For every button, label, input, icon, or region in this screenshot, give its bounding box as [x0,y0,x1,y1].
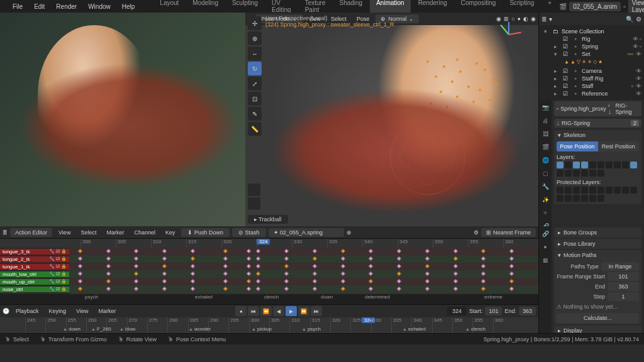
eye-icon[interactable]: 👁 [636,83,641,89]
tool-measure[interactable]: 📏 [248,122,262,136]
outliner-staffrig[interactable]: ▸☑▫Staff Rig👁 [541,75,641,82]
tl-playback-menu[interactable]: Playback [12,307,43,315]
menu-edit[interactable]: Edit [29,1,50,12]
menu-render[interactable]: Render [51,1,82,12]
channel-row[interactable]: tongue_3_ik🔧☑🔒 [0,248,538,255]
calculate-button[interactable]: Calculate... [557,313,639,323]
prop-tab-scene[interactable]: 🎬 [539,141,552,153]
channel-row[interactable]: tongue_1_ik🔧☑🔒 [0,263,538,270]
snap-selector[interactable]: ⊞ Nearest Frame [481,228,536,237]
render-icon[interactable]: ▫ [640,36,641,42]
channel-row[interactable]: tongue_2_ik🔧☑🔒 [0,255,538,263]
scene-selector[interactable]: 02_055_A.anim [569,2,621,11]
dope-ruler[interactable]: 300305 310315 320325 330335 340345 35035… [0,239,538,248]
jump-start-button[interactable]: ⏮ [248,306,259,316]
current-frame-field[interactable]: 324 [447,307,467,315]
tool-extra-2[interactable] [248,197,260,210]
prop-tab-material[interactable]: ● [539,241,552,253]
start-frame-field[interactable]: 101 [485,307,502,315]
timeline-type-icon[interactable]: 🕐 [3,308,9,314]
outliner-camera[interactable]: ▸☑▫Camera👁 [541,67,641,75]
tool-select[interactable]: ✢ [248,16,262,30]
outliner-reference[interactable]: ▸☑▫Reference👁 [541,90,641,97]
outliner-scene-collection[interactable]: ▾🗀Scene Collection [541,28,641,35]
jump-end-button[interactable]: ⏭ [311,306,322,316]
dope-channels[interactable]: tongue_3_ik🔧☑🔒tongue_2_ik🔧☑🔒tongue_1_ik🔧… [0,248,538,294]
viewport-3d[interactable]: ▦ Pose Mode ⌄ View Select Pose ⊕ Normal … [245,13,538,226]
eye-icon[interactable]: 👁 [633,43,638,50]
tool-cursor[interactable]: ⊕ [248,31,262,45]
render-icon[interactable]: ▫ [640,43,641,50]
prop-breadcrumb[interactable]: ▫ Spring.high_proxy › ⟂ RIG-Spring [554,101,641,116]
action-selector[interactable]: ✦ 02_055_A.spring [269,228,344,237]
dope-channel-menu[interactable]: Channel [130,228,159,237]
tool-annotate[interactable]: ✎ [248,107,262,121]
eye-icon[interactable]: 👁 [636,68,641,74]
tl-view-menu[interactable]: View [72,307,92,315]
viewport-render-preview[interactable] [0,13,245,226]
prop-tab-particle[interactable]: ✨ [539,194,552,206]
dope-current-frame[interactable]: 324 [257,239,270,244]
panel-display[interactable]: ▸ Display [554,326,641,333]
push-down-button[interactable]: ⬇ Push Down [181,228,230,237]
nav-gizmo[interactable] [493,19,525,50]
fake-user-icon[interactable]: ⊗ [347,229,352,236]
play-rev-button[interactable]: ◀ [273,306,284,316]
outliner-set[interactable]: ▾☑▫Set▫▫▫👁 [541,50,641,58]
prop-datablock[interactable]: ⟂ RIG-Spring2 [554,119,641,128]
tool-extra-1[interactable] [248,184,260,196]
protected-layers[interactable] [557,185,639,203]
stash-button[interactable]: ⊘ Stash [232,228,266,237]
prop-tab-modifier[interactable]: 🔧 [539,180,552,193]
panel-bone-groups[interactable]: ▸ Bone Groups [554,228,641,238]
next-key-button[interactable]: ⏩ [298,306,309,316]
prop-tab-world[interactable]: 🌐 [539,154,552,167]
outliner-type-icon[interactable]: ≣ [541,16,547,23]
panel-motion-paths[interactable]: ▾ Motion Paths [554,250,641,260]
step-field[interactable]: 1 [608,292,639,301]
dope-view-menu[interactable]: View [55,228,74,237]
armature-layers[interactable] [557,160,639,178]
dope-key-menu[interactable]: Key [162,228,179,237]
editor-type-icon[interactable]: ≣ [3,229,8,236]
paths-type-field[interactable]: In Range [601,262,639,271]
prop-tab-physics[interactable]: ⚛ [539,207,552,219]
rest-position-button[interactable]: Rest Position [598,141,640,151]
action-editor-mode[interactable]: Action Editor [10,228,52,237]
rotation-manipulator[interactable] [390,119,465,195]
channel-row[interactable]: nose_ctrl🔧☑🔒 [0,285,538,293]
eye-icon[interactable]: 👁 [636,90,641,97]
menu-window[interactable]: Window [83,1,116,12]
prop-tab-view[interactable]: 🖼 [539,128,552,140]
outliner-search-icon[interactable]: 🔍 [626,16,633,23]
eye-icon[interactable]: 👁 [636,75,641,82]
outliner-filter-icon[interactable]: ▾ [549,16,552,23]
menu-file[interactable]: File [8,1,28,12]
end-frame-field[interactable]: 363 [519,307,536,315]
prop-tab-bone-constraint[interactable]: 🔗 [539,228,552,240]
outliner-rig[interactable]: ☑▫Rig👁▫ [541,35,641,43]
timeline-ruler[interactable]: 324 245250255260265270275280285290295300… [0,317,538,333]
pose-position-button[interactable]: Pose Position [557,141,598,151]
rig-controls[interactable] [377,50,538,151]
tl-keying-menu[interactable]: Keying [45,307,70,315]
tool-scale[interactable]: ⤢ [248,77,262,90]
prop-tab-object[interactable]: ▢ [539,167,552,180]
eye-icon[interactable]: 👁 [636,51,641,57]
eye-icon[interactable]: 👁 [633,36,638,42]
prop-tab-texture[interactable]: ▦ [539,254,552,266]
filter-icon[interactable]: ⚙ [474,229,479,236]
frame-start-field[interactable]: 101 [608,272,639,281]
shading-render-icon[interactable]: ◉ [531,16,536,22]
prev-key-button[interactable]: ⏪ [260,306,272,316]
channel-row[interactable]: mouth_low_ctrl🔧☑🔒 [0,270,538,278]
panel-skeleton[interactable]: ▾ Skeleton [554,130,641,140]
tool-transform[interactable]: ⊡ [248,92,262,106]
outliner-spring[interactable]: ▸☑▫Spring👁▫ [541,43,641,50]
frame-end-field[interactable]: 363 [608,282,639,291]
channel-row[interactable]: mouth_up_ctrl🔧☑🔒 [0,278,538,285]
tool-rotate[interactable]: ↻ [248,62,262,75]
dope-select-menu[interactable]: Select [77,228,100,237]
outliner-staff[interactable]: ▸☑▫Staff▫👁 [541,82,641,90]
outliner-filter2-icon[interactable]: ⚙ [636,16,641,23]
